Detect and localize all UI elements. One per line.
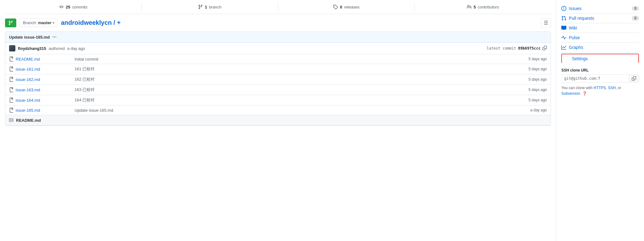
commit-options-button[interactable]: ··· — [52, 34, 56, 40]
branches-count: 1 — [205, 5, 207, 9]
tag-icon — [333, 4, 338, 9]
repo-owner-link[interactable]: androidweeklycn — [61, 19, 112, 26]
commits-icon — [59, 4, 64, 9]
file-row: README.md Initial commit 5 days ago — [5, 54, 551, 64]
contributors-count: 5 — [474, 5, 476, 9]
file-icon — [9, 56, 13, 62]
pulse-label: Pulse — [569, 35, 580, 40]
clone-protocol-label: SSH — [561, 68, 569, 72]
file-name-link[interactable]: README.md — [16, 57, 72, 62]
sidebar-item-issues[interactable]: Issues 0 — [561, 4, 639, 13]
releases-count: 0 — [340, 5, 342, 9]
repo-separator: / — [113, 19, 117, 26]
file-age: 5 days ago — [516, 98, 547, 102]
sidebar: Issues 0 Pull requests 0 Wiki Pulse — [556, 0, 644, 241]
ssh-clone-link[interactable]: SSH — [608, 86, 616, 90]
ssh-clone-input[interactable] — [562, 75, 629, 82]
branch-switch-button[interactable] — [5, 19, 16, 27]
copy-hash-button[interactable] — [543, 46, 547, 51]
file-row: issue-165.md Update issue-165.md a day a… — [5, 105, 551, 115]
commit-message-area: Update issue-165.md ··· — [9, 34, 56, 40]
file-row: issue-162.md 162 已校对 5 days ago — [5, 74, 551, 85]
subversion-clone-link[interactable]: Subversion — [561, 91, 580, 96]
clone-section-label: SSH clone URL — [561, 68, 639, 72]
stats-bar: 25 commits 1 branch 0 releases — [5, 0, 551, 14]
file-name-link[interactable]: issue-161.md — [16, 67, 72, 72]
readme-header: README.md — [5, 115, 551, 126]
file-icon — [9, 87, 13, 92]
repo-action-link[interactable]: + — [117, 19, 121, 26]
clone-sublabel: clone URL — [570, 68, 589, 72]
contributors-icon — [467, 4, 472, 9]
issues-icon — [561, 6, 566, 11]
sidebar-item-pull-requests[interactable]: Pull requests 0 — [561, 13, 639, 23]
branch-selector-label: Branch: — [23, 20, 37, 25]
branch-selector-name: master — [38, 20, 52, 25]
file-age: 5 days ago — [516, 88, 547, 92]
author-avatar — [9, 45, 15, 51]
file-commit-message: Update issue-165.md — [75, 108, 513, 113]
repo-path: androidweeklycn / + — [61, 19, 538, 26]
sidebar-item-pulse[interactable]: Pulse — [561, 33, 639, 43]
commit-header: Update issue-165.md ··· — [5, 32, 551, 43]
file-name-link[interactable]: issue-164.md — [16, 98, 72, 103]
file-commit-message: Initial commit — [75, 57, 513, 62]
file-commit-message: 162 已校对 — [75, 77, 513, 82]
file-age: a day ago — [516, 108, 547, 112]
wiki-label: Wiki — [569, 25, 577, 30]
branch-switch-icon — [8, 20, 13, 25]
commit-author-row: floydzhang315 authored a day ago latest … — [5, 43, 551, 54]
sidebar-item-settings[interactable]: Settings — [561, 54, 639, 63]
wiki-icon — [561, 25, 566, 30]
file-age: 5 days ago — [516, 57, 547, 61]
toolbar: Branch: master ▾ androidweeklycn / + ☰ — [5, 18, 551, 28]
file-icon — [9, 98, 13, 103]
sidebar-item-wiki[interactable]: Wiki — [561, 23, 639, 33]
file-name-link[interactable]: issue-163.md — [16, 88, 72, 92]
chevron-down-icon: ▾ — [53, 21, 54, 24]
file-name-link[interactable]: issue-162.md — [16, 77, 72, 82]
contributors-label: contributors — [478, 5, 499, 9]
branches-label: branch — [209, 5, 221, 9]
list-icon: ☰ — [544, 20, 548, 26]
https-clone-link[interactable]: HTTPS — [594, 86, 606, 90]
file-table: Update issue-165.md ··· floydzhang315 au… — [5, 31, 551, 126]
releases-label: releases — [344, 5, 360, 9]
avatar-image — [9, 45, 15, 51]
file-row: issue-164.md 164 已校对 5 days ago — [5, 95, 551, 105]
file-commit-message: 164 已校对 — [75, 97, 513, 103]
commits-count: 25 — [66, 5, 70, 9]
settings-icon — [564, 56, 569, 61]
file-icon — [9, 67, 13, 72]
pull-requests-label: Pull requests — [569, 16, 594, 21]
help-icon[interactable]: ❓ — [582, 91, 587, 96]
commit-time: a day ago — [67, 46, 85, 51]
sidebar-item-graphs[interactable]: Graphs — [561, 43, 639, 52]
file-commit-message: 163 已校对 — [75, 87, 513, 93]
contributors-stat[interactable]: 5 contributors — [415, 3, 551, 11]
file-name-link[interactable]: issue-165.md — [16, 108, 72, 113]
file-row: issue-161.md 161 已校对 5 days ago — [5, 64, 551, 74]
readme-icon — [9, 118, 13, 123]
file-row: issue-163.md 163 已校对 5 days ago — [5, 85, 551, 95]
clone-note-text: You can clone with — [561, 86, 593, 90]
graphs-label: Graphs — [569, 45, 583, 50]
branch-selector[interactable]: Branch: master ▾ — [19, 19, 58, 27]
file-icon — [9, 108, 13, 113]
ssh-clone-copy-button[interactable] — [629, 75, 639, 82]
releases-stat[interactable]: 0 releases — [278, 3, 415, 11]
commits-stat[interactable]: 25 commits — [5, 3, 142, 11]
author-action: authored — [49, 46, 65, 51]
file-rows-container: README.md Initial commit 5 days ago issu… — [5, 54, 551, 115]
clone-note: You can clone with HTTPS, SSH, or Subver… — [561, 85, 639, 96]
file-age: 5 days ago — [516, 77, 547, 82]
branch-icon — [198, 4, 203, 9]
file-icon — [9, 77, 13, 82]
commit-hash-label: latest commit — [487, 46, 516, 51]
author-name-link[interactable]: floydzhang315 — [18, 46, 46, 51]
readme-title: README.md — [16, 118, 41, 123]
ssh-clone-box — [561, 74, 639, 83]
graphs-icon — [561, 45, 566, 50]
branches-stat[interactable]: 1 branch — [142, 3, 278, 11]
list-view-button[interactable]: ☰ — [541, 18, 551, 28]
